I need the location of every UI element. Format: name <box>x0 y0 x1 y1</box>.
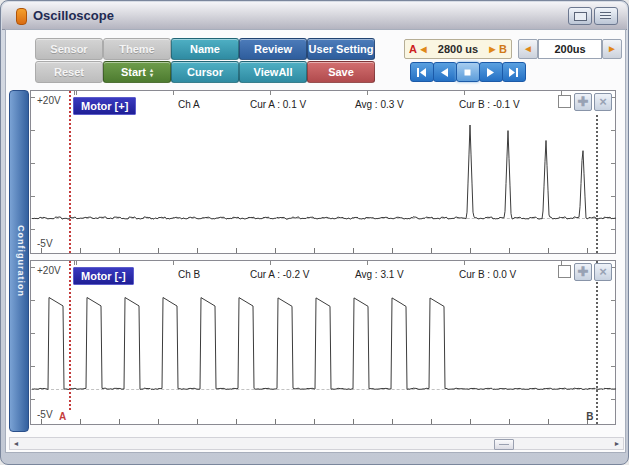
skip-start-icon <box>416 67 427 78</box>
channel-b-checkbox[interactable] <box>558 265 571 278</box>
play-button[interactable] <box>479 62 503 82</box>
oscilloscope-window: Oscilloscope Sensor Theme Name Review Us… <box>0 0 629 465</box>
play-icon <box>485 67 496 78</box>
name-button[interactable]: Name <box>171 38 239 60</box>
scroll-left-icon[interactable]: ◄ <box>11 439 21 448</box>
channel-b-close-button[interactable]: × <box>594 263 612 281</box>
title-bar[interactable]: Oscilloscope <box>2 2 627 30</box>
user-setting-button[interactable]: User Setting <box>307 38 375 60</box>
channel-a-cursor-a-value: Cur A : 0.1 V <box>250 99 306 110</box>
timebase-increase-button[interactable]: ► <box>602 39 622 59</box>
channel-a-cursor-b-value: Cur B : -0.1 V <box>459 99 520 110</box>
cursor-b-arrow-icon: ► <box>487 40 498 58</box>
client-area: Sensor Theme Name Review User Setting Re… <box>5 29 626 453</box>
skip-end-button[interactable] <box>502 62 526 82</box>
sidebar-tab-label: Configuration <box>14 91 26 431</box>
y-min-label: -5V <box>37 238 53 249</box>
channel-a-source-label[interactable]: Motor [+] <box>73 97 136 115</box>
sidebar-tab-configuration[interactable]: Configuration <box>9 90 29 432</box>
y-max-label: +20V <box>37 95 61 106</box>
ab-interval-display: A ◄ 2800 us ► B <box>404 39 512 59</box>
channel-b-name: Ch B <box>178 269 200 280</box>
channel-b-expand-button[interactable]: ✚ <box>574 263 592 281</box>
channel-b-avg-value: Avg : 3.1 V <box>355 269 404 280</box>
stop-button[interactable] <box>456 62 480 82</box>
review-button[interactable]: Review <box>239 38 307 60</box>
theme-button[interactable]: Theme <box>103 38 171 60</box>
scroll-right-icon[interactable]: ► <box>612 439 622 448</box>
app-icon <box>16 8 27 25</box>
cursor-b-marker[interactable]: B <box>586 411 593 422</box>
skip-start-button[interactable] <box>410 62 434 82</box>
y-min-label: -5V <box>37 409 53 420</box>
channel-b-waveform <box>32 262 616 425</box>
minimize-window-button[interactable] <box>594 7 618 25</box>
channel-a-close-button[interactable]: × <box>594 93 612 111</box>
cursor-b-line[interactable] <box>596 115 598 253</box>
step-back-button[interactable] <box>433 62 457 82</box>
cursor-b-mark: B <box>499 40 507 58</box>
timebase-decrease-button[interactable]: ◄ <box>518 39 538 59</box>
channel-b-cursor-b-value: Cur B : 0.0 V <box>459 269 516 280</box>
stop-icon <box>462 67 473 78</box>
channel-a-waveform <box>32 92 616 254</box>
channel-a-name: Ch A <box>178 99 200 110</box>
cursor-a-line[interactable] <box>69 91 71 253</box>
viewall-button[interactable]: ViewAll <box>239 61 307 83</box>
skip-end-icon <box>508 67 519 78</box>
channel-a-avg-value: Avg : 0.3 V <box>355 99 404 110</box>
channel-a-expand-button[interactable]: ✚ <box>574 93 592 111</box>
save-button[interactable]: Save <box>307 61 375 83</box>
restore-window-button[interactable] <box>568 7 592 25</box>
cursor-b-line[interactable] <box>596 261 598 424</box>
cursor-button[interactable]: Cursor <box>171 61 239 83</box>
channel-b-cursor-a-value: Cur A : -0.2 V <box>250 269 309 280</box>
channel-b-source-label[interactable]: Motor [-] <box>73 267 134 285</box>
step-back-icon <box>439 67 450 78</box>
channel-a-panel: +20V -5V Motor [+] Ch A Cur A : 0.1 V Av… <box>30 90 616 254</box>
reset-button[interactable]: Reset <box>35 61 103 83</box>
minimize-icon <box>600 12 611 19</box>
channel-b-panel: +20V -5V Motor [-] Ch B Cur A : -0.2 V A… <box>30 260 616 425</box>
horizontal-scrollbar[interactable]: ◄ ► <box>9 437 624 450</box>
timebase-value[interactable]: 200us <box>538 39 602 59</box>
cursor-a-marker[interactable]: A <box>59 411 66 422</box>
y-max-label: +20V <box>37 265 61 276</box>
restore-icon <box>574 12 587 21</box>
window-title: Oscilloscope <box>33 8 114 23</box>
cursor-a-line[interactable] <box>69 261 71 410</box>
channel-a-checkbox[interactable] <box>558 95 571 108</box>
start-button[interactable]: Start▴▾ <box>103 61 171 83</box>
sensor-button[interactable]: Sensor <box>35 38 103 60</box>
scrollbar-thumb[interactable] <box>494 439 514 450</box>
start-spinner-icon[interactable]: ▴▾ <box>150 68 153 78</box>
